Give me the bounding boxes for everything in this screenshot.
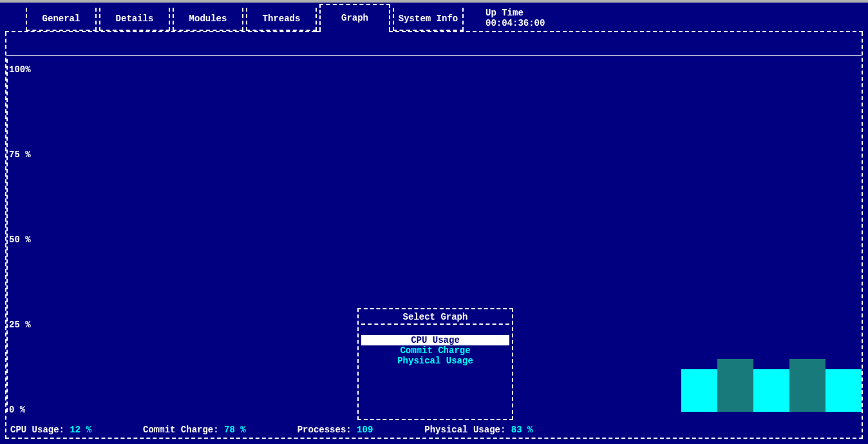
y-tick-100: 100%	[9, 64, 31, 75]
tab-baseline	[5, 31, 316, 32]
status-processes: Processes: 109	[297, 425, 373, 435]
y-tick-25: 25 %	[9, 320, 31, 330]
uptime-display: Up Time 00:04:36:00	[486, 8, 545, 31]
tab-bar: General Details Modules Threads Graph Sy…	[26, 5, 545, 31]
status-cpu: CPU Usage: 12 %	[10, 425, 91, 435]
popup-title: Select Graph	[359, 312, 512, 322]
y-tick-75: 75 %	[9, 150, 31, 160]
tab-baseline	[389, 31, 863, 32]
tab-label: General	[42, 14, 80, 24]
status-bar: CPU Usage: 12 % Commit Charge: 78 % Proc…	[10, 425, 858, 435]
status-value: 12 %	[70, 425, 91, 435]
tab-general[interactable]: General	[26, 8, 97, 31]
popup-title-separator	[361, 323, 509, 325]
status-label: Processes:	[297, 425, 357, 435]
frame-border-right	[862, 32, 863, 439]
tab-details[interactable]: Details	[99, 8, 170, 31]
window-top-strip	[0, 0, 868, 3]
tab-modules[interactable]: Modules	[173, 8, 243, 31]
status-commit: Commit Charge: 78 %	[143, 425, 246, 435]
bar	[826, 369, 862, 412]
uptime-value: 00:04:36:00	[486, 18, 545, 28]
tab-label: Threads	[263, 14, 301, 24]
bar	[753, 369, 789, 412]
bar-group	[681, 59, 862, 412]
y-axis	[6, 59, 8, 412]
bar	[789, 359, 826, 412]
popup-item-list: CPU UsageCommit ChargePhysical Usage	[361, 335, 509, 366]
status-label: CPU Usage:	[10, 425, 70, 435]
uptime-label: Up Time	[486, 8, 524, 18]
status-physical: Physical Usage: 83 %	[424, 425, 533, 435]
status-label: Physical Usage:	[424, 425, 511, 435]
y-tick-0: 0 %	[9, 405, 25, 415]
tab-label: System Info	[399, 14, 458, 24]
tab-threads[interactable]: Threads	[246, 8, 317, 31]
select-graph-popup: Select Graph CPU UsageCommit ChargePhysi…	[357, 308, 513, 420]
popup-item[interactable]: CPU Usage	[361, 335, 509, 345]
bar	[681, 369, 717, 412]
frame-border-bottom	[5, 438, 863, 439]
bar	[717, 359, 753, 412]
tab-label: Graph	[341, 13, 368, 23]
status-value: 78 %	[224, 425, 246, 435]
tab-label: Details	[116, 14, 154, 24]
status-value: 109	[357, 425, 373, 435]
y-tick-50: 50 %	[9, 235, 31, 245]
popup-item[interactable]: Physical Usage	[361, 356, 509, 366]
status-value: 83 %	[511, 425, 533, 435]
popup-item[interactable]: Commit Charge	[361, 345, 509, 356]
header-separator	[6, 55, 862, 56]
tab-system-info[interactable]: System Info	[393, 8, 464, 31]
tab-label: Modules	[189, 14, 227, 24]
tab-graph[interactable]: Graph	[319, 4, 390, 31]
status-label: Commit Charge:	[143, 425, 224, 435]
